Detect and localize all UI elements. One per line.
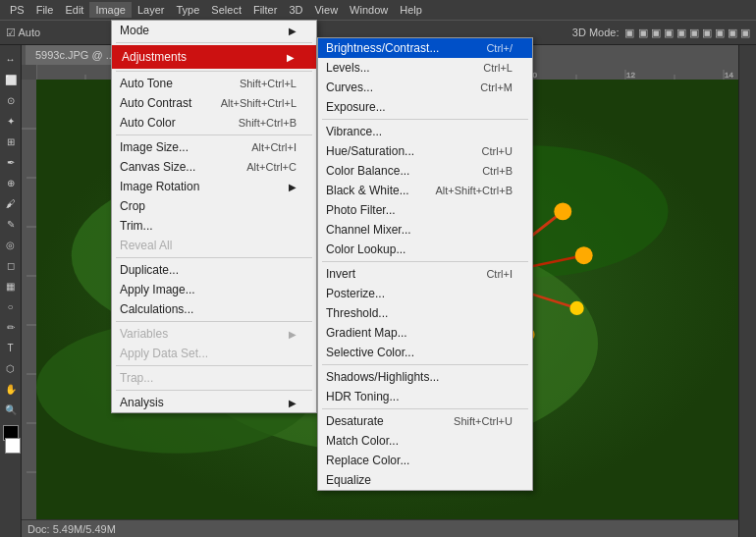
menu-item-vibrance-label: Vibrance... (326, 125, 382, 138)
menu-item-invert[interactable]: Invert Ctrl+I (318, 264, 532, 284)
menu-item-color-balance-shortcut: Ctrl+B (482, 165, 513, 177)
menu-item-gradient-map[interactable]: Gradient Map... (318, 323, 532, 343)
menu-item-reveal-all[interactable]: Reveal All (112, 236, 316, 255)
menu-item-brightness-contrast[interactable]: Brightness/Contrast... Ctrl+/ (318, 38, 532, 58)
menu-ps[interactable]: PS (4, 2, 30, 18)
menu-item-auto-color[interactable]: Auto Color Shift+Ctrl+B (112, 113, 316, 133)
tool-marquee[interactable]: ⬜ (1, 70, 21, 89)
tool-hand[interactable]: ✋ (1, 379, 21, 399)
menu-edit[interactable]: Edit (59, 2, 89, 18)
adj-separator-4 (322, 408, 528, 409)
tool-wand[interactable]: ✦ (1, 111, 21, 131)
menu-item-duplicate[interactable]: Duplicate... (112, 260, 316, 280)
menu-file[interactable]: File (30, 2, 60, 18)
tool-history[interactable]: ◎ (1, 235, 21, 254)
menu-item-threshold-label: Threshold... (326, 306, 388, 320)
tool-heal[interactable]: ⊕ (1, 173, 21, 192)
menu-item-color-balance[interactable]: Color Balance... Ctrl+B (318, 161, 532, 181)
menu-item-match-color[interactable]: Match Color... (318, 431, 532, 451)
menu-item-desaturate[interactable]: Desaturate Shift+Ctrl+U (318, 411, 532, 431)
menu-item-trap[interactable]: Trap... (112, 368, 316, 388)
menu-item-auto-tone[interactable]: Auto Tone Shift+Ctrl+L (112, 74, 316, 93)
menu-item-desaturate-label: Desaturate (326, 414, 384, 428)
tool-background-color[interactable] (5, 438, 21, 454)
menu-item-hdr-toning[interactable]: HDR Toning... (318, 387, 532, 406)
menu-item-vibrance[interactable]: Vibrance... (318, 122, 532, 141)
menu-item-black-white[interactable]: Black & White... Alt+Shift+Ctrl+B (318, 181, 532, 200)
tool-type[interactable]: T (1, 338, 21, 357)
menu-bar: PS File Edit Image Layer Type Select Fil… (0, 0, 756, 20)
menu-item-analysis[interactable]: Analysis ▶ (112, 393, 316, 412)
menu-select[interactable]: Select (205, 2, 247, 18)
menu-item-exposure[interactable]: Exposure... (318, 97, 532, 117)
menu-item-crop-label: Crop (120, 199, 145, 213)
menu-item-replace-color-label: Replace Color... (326, 454, 409, 467)
status-text: Doc: 5.49M/5.49M (27, 523, 116, 535)
menu-item-levels-shortcut: Ctrl+L (483, 62, 513, 74)
menu-item-variables[interactable]: Variables ▶ (112, 324, 316, 344)
toolbar-icons: ▣ ▣ ▣ ▣ ▣ ▣ ▣ ▣ ▣ ▣ (624, 27, 750, 39)
menu-item-calculations[interactable]: Calculations... (112, 299, 316, 319)
tool-eraser[interactable]: ◻ (1, 255, 21, 275)
menu-item-mode-arrow: ▶ (289, 26, 297, 36)
tool-path[interactable]: ⬡ (1, 358, 21, 378)
menu-item-trim[interactable]: Trim... (112, 216, 316, 236)
menu-item-posterize[interactable]: Posterize... (318, 284, 532, 303)
menu-window[interactable]: Window (344, 2, 394, 18)
menu-item-desaturate-shortcut: Shift+Ctrl+U (454, 415, 513, 427)
options-3d-mode-label: 3D Mode: (572, 27, 620, 38)
tool-brush[interactable]: 🖌 (1, 193, 21, 213)
tool-lasso[interactable]: ⊙ (1, 90, 21, 110)
menu-item-auto-contrast[interactable]: Auto Contrast Alt+Shift+Ctrl+L (112, 93, 316, 113)
menu-item-hue-saturation[interactable]: Hue/Saturation... Ctrl+U (318, 141, 532, 161)
tool-dodge[interactable]: ○ (1, 296, 21, 316)
menu-item-adjustments[interactable]: Adjustments ▶ (112, 45, 316, 69)
tool-pen[interactable]: ✏ (1, 317, 21, 337)
svg-text:12: 12 (626, 71, 635, 80)
menu-item-replace-color[interactable]: Replace Color... (318, 451, 532, 470)
menu-item-channel-mixer[interactable]: Channel Mixer... (318, 220, 532, 240)
menu-item-mode[interactable]: Mode ▶ (112, 21, 316, 40)
menu-item-crop[interactable]: Crop (112, 196, 316, 216)
tool-move[interactable]: ↔ (1, 49, 21, 69)
left-toolbar: ↔ ⬜ ⊙ ✦ ⊞ ✒ ⊕ 🖌 ✎ ◎ ◻ ▦ ○ ✏ T ⬡ ✋ 🔍 (0, 45, 22, 537)
menu-view[interactable]: View (308, 2, 344, 18)
separator-7 (116, 390, 312, 391)
menu-item-gradient-map-label: Gradient Map... (326, 326, 407, 340)
menu-item-color-lookup[interactable]: Color Lookup... (318, 240, 532, 259)
menu-item-photo-filter[interactable]: Photo Filter... (318, 200, 532, 220)
menu-item-auto-color-label: Auto Color (120, 116, 176, 130)
menu-item-match-color-label: Match Color... (326, 434, 399, 448)
menu-item-apply-image[interactable]: Apply Image... (112, 280, 316, 299)
svg-point-48 (569, 301, 583, 315)
menu-item-curves[interactable]: Curves... Ctrl+M (318, 78, 532, 97)
tool-crop[interactable]: ⊞ (1, 132, 21, 151)
menu-item-selective-color[interactable]: Selective Color... (318, 343, 532, 362)
separator-6 (116, 365, 312, 366)
menu-item-threshold[interactable]: Threshold... (318, 303, 532, 323)
menu-item-levels[interactable]: Levels... Ctrl+L (318, 58, 532, 78)
menu-item-posterize-label: Posterize... (326, 287, 385, 300)
menu-item-image-rotation[interactable]: Image Rotation ▶ (112, 177, 316, 196)
menu-item-equalize-label: Equalize (326, 473, 371, 487)
menu-item-image-size[interactable]: Image Size... Alt+Ctrl+I (112, 137, 316, 157)
menu-type[interactable]: Type (171, 2, 206, 18)
menu-layer[interactable]: Layer (132, 2, 171, 18)
menu-item-shadows-highlights[interactable]: Shadows/Highlights... (318, 367, 532, 387)
menu-item-apply-data-set[interactable]: Apply Data Set... (112, 344, 316, 363)
menu-item-auto-tone-shortcut: Shift+Ctrl+L (240, 78, 297, 89)
tool-gradient[interactable]: ▦ (1, 276, 21, 295)
menu-item-equalize[interactable]: Equalize (318, 470, 532, 490)
menu-item-canvas-size[interactable]: Canvas Size... Alt+Ctrl+C (112, 157, 316, 177)
menu-item-color-lookup-label: Color Lookup... (326, 242, 405, 256)
tool-clone[interactable]: ✎ (1, 214, 21, 234)
tool-eyedropper[interactable]: ✒ (1, 152, 21, 172)
menu-image[interactable]: Image (89, 2, 132, 18)
menu-help[interactable]: Help (394, 2, 428, 18)
menu-3d[interactable]: 3D (283, 2, 308, 18)
menu-item-analysis-arrow: ▶ (289, 398, 297, 408)
tool-zoom[interactable]: 🔍 (1, 400, 21, 419)
separator-5 (116, 321, 312, 322)
menu-filter[interactable]: Filter (247, 2, 283, 18)
menu-item-exposure-label: Exposure... (326, 100, 386, 114)
